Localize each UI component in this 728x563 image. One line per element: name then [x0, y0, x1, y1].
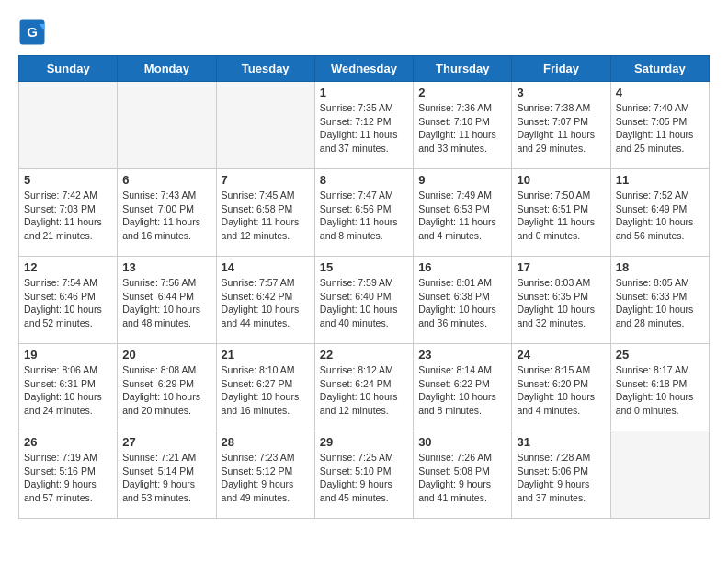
- day-info: Sunrise: 8:01 AMSunset: 6:38 PMDaylight:…: [418, 276, 506, 330]
- day-info: Sunrise: 7:43 AMSunset: 7:00 PMDaylight:…: [122, 189, 210, 243]
- calendar-cell-3: 3Sunrise: 7:38 AMSunset: 7:07 PMDaylight…: [512, 82, 610, 169]
- logo-icon: G: [18, 18, 46, 46]
- day-number: 8: [320, 173, 408, 187]
- day-number: 14: [222, 260, 310, 274]
- day-info: Sunrise: 7:45 AMSunset: 6:58 PMDaylight:…: [222, 189, 310, 243]
- calendar-cell-22: 22Sunrise: 8:12 AMSunset: 6:24 PMDayligh…: [314, 344, 413, 431]
- calendar-cell-12: 12Sunrise: 7:54 AMSunset: 6:46 PMDayligh…: [19, 257, 118, 344]
- day-info: Sunrise: 8:17 AMSunset: 6:18 PMDaylight:…: [616, 363, 704, 418]
- day-number: 31: [517, 435, 605, 449]
- day-number: 20: [122, 348, 210, 362]
- calendar-cell-26: 26Sunrise: 7:19 AMSunset: 5:16 PMDayligh…: [19, 431, 118, 519]
- day-info: Sunrise: 7:35 AMSunset: 7:12 PMDaylight:…: [320, 101, 408, 155]
- day-info: Sunrise: 7:59 AMSunset: 6:40 PMDaylight:…: [320, 276, 408, 330]
- day-number: 13: [122, 260, 210, 274]
- day-number: 23: [418, 348, 506, 362]
- day-info: Sunrise: 7:40 AMSunset: 7:05 PMDaylight:…: [616, 101, 704, 155]
- day-number: 16: [418, 260, 506, 274]
- calendar-cell-28: 28Sunrise: 7:23 AMSunset: 5:12 PMDayligh…: [216, 431, 314, 519]
- day-header-monday: Monday: [118, 56, 216, 82]
- calendar-cell-18: 18Sunrise: 8:05 AMSunset: 6:33 PMDayligh…: [610, 257, 709, 344]
- day-info: Sunrise: 8:03 AMSunset: 6:35 PMDaylight:…: [517, 276, 605, 330]
- day-number: 28: [222, 435, 310, 449]
- calendar-cell-19: 19Sunrise: 8:06 AMSunset: 6:31 PMDayligh…: [19, 344, 118, 431]
- calendar-cell-1: 1Sunrise: 7:35 AMSunset: 7:12 PMDaylight…: [314, 82, 413, 169]
- calendar-cell-10: 10Sunrise: 7:50 AMSunset: 6:51 PMDayligh…: [512, 169, 610, 257]
- day-number: 17: [517, 260, 605, 274]
- day-number: 24: [517, 348, 605, 362]
- day-info: Sunrise: 7:54 AMSunset: 6:46 PMDaylight:…: [24, 276, 112, 330]
- day-number: 3: [517, 86, 605, 99]
- day-info: Sunrise: 7:49 AMSunset: 6:53 PMDaylight:…: [418, 189, 506, 243]
- calendar-cell-27: 27Sunrise: 7:21 AMSunset: 5:14 PMDayligh…: [118, 431, 216, 519]
- day-info: Sunrise: 8:10 AMSunset: 6:27 PMDaylight:…: [222, 363, 310, 418]
- day-number: 25: [616, 348, 704, 362]
- day-info: Sunrise: 7:28 AMSunset: 5:06 PMDaylight:…: [517, 451, 605, 505]
- week-row-5: 26Sunrise: 7:19 AMSunset: 5:16 PMDayligh…: [19, 431, 710, 519]
- calendar-cell-8: 8Sunrise: 7:47 AMSunset: 6:56 PMDaylight…: [314, 169, 413, 257]
- calendar-cell-30: 30Sunrise: 7:26 AMSunset: 5:08 PMDayligh…: [414, 431, 512, 519]
- calendar-cell-2: 2Sunrise: 7:36 AMSunset: 7:10 PMDaylight…: [414, 82, 512, 169]
- calendar-header-row: SundayMondayTuesdayWednesdayThursdayFrid…: [19, 56, 710, 82]
- calendar-cell-11: 11Sunrise: 7:52 AMSunset: 6:49 PMDayligh…: [610, 169, 709, 257]
- calendar-cell-empty: [19, 82, 118, 169]
- day-info: Sunrise: 8:06 AMSunset: 6:31 PMDaylight:…: [24, 363, 112, 418]
- day-info: Sunrise: 8:15 AMSunset: 6:20 PMDaylight:…: [517, 363, 605, 418]
- day-info: Sunrise: 7:23 AMSunset: 5:12 PMDaylight:…: [222, 451, 310, 505]
- calendar-table: SundayMondayTuesdayWednesdayThursdayFrid…: [18, 55, 710, 519]
- day-header-friday: Friday: [512, 56, 610, 82]
- week-row-4: 19Sunrise: 8:06 AMSunset: 6:31 PMDayligh…: [19, 344, 710, 431]
- calendar-cell-24: 24Sunrise: 8:15 AMSunset: 6:20 PMDayligh…: [512, 344, 610, 431]
- day-number: 30: [418, 435, 506, 449]
- day-info: Sunrise: 7:56 AMSunset: 6:44 PMDaylight:…: [122, 276, 210, 330]
- day-info: Sunrise: 8:12 AMSunset: 6:24 PMDaylight:…: [320, 363, 408, 418]
- day-number: 4: [616, 86, 704, 99]
- day-number: 12: [24, 260, 112, 274]
- day-header-saturday: Saturday: [610, 56, 709, 82]
- day-info: Sunrise: 7:21 AMSunset: 5:14 PMDaylight:…: [122, 451, 210, 505]
- calendar-cell-6: 6Sunrise: 7:43 AMSunset: 7:00 PMDaylight…: [118, 169, 216, 257]
- calendar-cell-7: 7Sunrise: 7:45 AMSunset: 6:58 PMDaylight…: [216, 169, 314, 257]
- page-header: G: [18, 18, 710, 46]
- calendar-cell-9: 9Sunrise: 7:49 AMSunset: 6:53 PMDaylight…: [414, 169, 512, 257]
- day-number: 11: [616, 173, 704, 187]
- logo: G: [18, 18, 50, 46]
- calendar-cell-29: 29Sunrise: 7:25 AMSunset: 5:10 PMDayligh…: [314, 431, 413, 519]
- day-number: 21: [222, 348, 310, 362]
- week-row-2: 5Sunrise: 7:42 AMSunset: 7:03 PMDaylight…: [19, 169, 710, 257]
- day-info: Sunrise: 8:08 AMSunset: 6:29 PMDaylight:…: [122, 363, 210, 418]
- calendar-cell-17: 17Sunrise: 8:03 AMSunset: 6:35 PMDayligh…: [512, 257, 610, 344]
- day-number: 6: [122, 173, 210, 187]
- week-row-3: 12Sunrise: 7:54 AMSunset: 6:46 PMDayligh…: [19, 257, 710, 344]
- day-number: 26: [24, 435, 112, 449]
- day-info: Sunrise: 7:42 AMSunset: 7:03 PMDaylight:…: [24, 189, 112, 243]
- day-info: Sunrise: 7:38 AMSunset: 7:07 PMDaylight:…: [517, 101, 605, 155]
- day-number: 29: [320, 435, 408, 449]
- calendar-cell-5: 5Sunrise: 7:42 AMSunset: 7:03 PMDaylight…: [19, 169, 118, 257]
- day-header-wednesday: Wednesday: [314, 56, 413, 82]
- day-number: 2: [418, 86, 506, 99]
- day-info: Sunrise: 8:05 AMSunset: 6:33 PMDaylight:…: [616, 276, 704, 330]
- day-info: Sunrise: 7:25 AMSunset: 5:10 PMDaylight:…: [320, 451, 408, 505]
- day-number: 18: [616, 260, 704, 274]
- day-info: Sunrise: 7:50 AMSunset: 6:51 PMDaylight:…: [517, 189, 605, 243]
- day-info: Sunrise: 7:57 AMSunset: 6:42 PMDaylight:…: [222, 276, 310, 330]
- calendar-cell-15: 15Sunrise: 7:59 AMSunset: 6:40 PMDayligh…: [314, 257, 413, 344]
- day-info: Sunrise: 8:14 AMSunset: 6:22 PMDaylight:…: [418, 363, 506, 418]
- day-info: Sunrise: 7:36 AMSunset: 7:10 PMDaylight:…: [418, 101, 506, 155]
- day-number: 19: [24, 348, 112, 362]
- day-number: 10: [517, 173, 605, 187]
- day-number: 15: [320, 260, 408, 274]
- day-number: 9: [418, 173, 506, 187]
- day-info: Sunrise: 7:26 AMSunset: 5:08 PMDaylight:…: [418, 451, 506, 505]
- day-number: 27: [122, 435, 210, 449]
- day-number: 22: [320, 348, 408, 362]
- calendar-cell-25: 25Sunrise: 8:17 AMSunset: 6:18 PMDayligh…: [610, 344, 709, 431]
- calendar-cell-13: 13Sunrise: 7:56 AMSunset: 6:44 PMDayligh…: [118, 257, 216, 344]
- day-info: Sunrise: 7:19 AMSunset: 5:16 PMDaylight:…: [24, 451, 112, 505]
- calendar-cell-21: 21Sunrise: 8:10 AMSunset: 6:27 PMDayligh…: [216, 344, 314, 431]
- calendar-cell-4: 4Sunrise: 7:40 AMSunset: 7:05 PMDaylight…: [610, 82, 709, 169]
- day-header-tuesday: Tuesday: [216, 56, 314, 82]
- day-number: 1: [320, 86, 408, 99]
- calendar-cell-empty: [610, 431, 709, 519]
